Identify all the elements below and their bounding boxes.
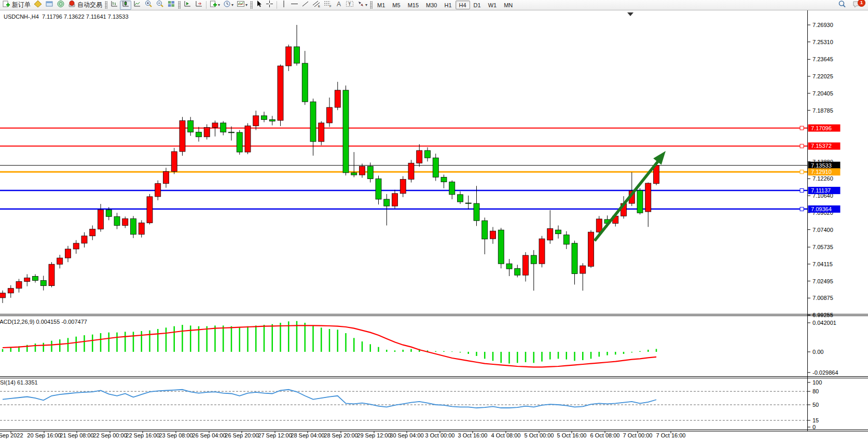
zoom-out-button[interactable] <box>154 1 166 10</box>
timeframe-button-h1[interactable]: H1 <box>440 1 455 9</box>
periods-clock-icon <box>223 0 231 10</box>
timeframe-button-w1[interactable]: W1 <box>485 1 501 9</box>
macd-histogram-bar <box>492 352 494 361</box>
bullish-candle <box>392 194 398 206</box>
line-handle[interactable] <box>800 207 804 211</box>
line-handle[interactable] <box>800 189 804 193</box>
svg-text:27 Sep 12:00: 27 Sep 12:00 <box>258 432 292 438</box>
svg-text:7.23645: 7.23645 <box>812 56 833 62</box>
market-watch-button[interactable] <box>32 1 44 10</box>
timeframe-button-h4[interactable]: H4 <box>456 1 470 9</box>
notifications-button[interactable]: 1 <box>851 1 863 10</box>
candlestick-chart-button[interactable] <box>120 1 131 10</box>
bullish-candle <box>98 210 104 229</box>
tile-windows-button[interactable] <box>166 1 177 10</box>
macd-histogram-bar <box>501 352 502 363</box>
svg-text:7.15372: 7.15372 <box>811 143 832 149</box>
trend-arrow-annotation[interactable] <box>595 151 666 241</box>
svg-text:7 Oct 16:00: 7 Oct 16:00 <box>656 432 686 438</box>
macd-histogram-bar <box>599 352 600 356</box>
macd-histogram-bar <box>362 341 363 352</box>
macd-histogram-bar <box>247 326 249 352</box>
text-tool-button[interactable]: A <box>334 1 344 10</box>
macd-histogram-bar <box>639 351 641 352</box>
market-watch-icon <box>34 0 42 10</box>
trendline-tool-button[interactable] <box>300 1 311 10</box>
new-order-button[interactable]: 新订单 <box>1 1 32 10</box>
chart-shift-button[interactable] <box>193 1 204 10</box>
svg-text:23 Sep 08:00: 23 Sep 08:00 <box>159 432 192 438</box>
timeframe-button-d1[interactable]: D1 <box>470 1 485 9</box>
macd-pane: 0.0420010.00-0.029864 <box>2 320 838 376</box>
timeframe-button-m30[interactable]: M30 <box>422 1 440 9</box>
bearish-candle <box>572 243 577 274</box>
svg-text:5 Oct 16:00: 5 Oct 16:00 <box>557 432 587 438</box>
bullish-candle <box>139 223 144 234</box>
bearish-candle <box>465 203 471 203</box>
templates-button[interactable]: ▾ <box>208 1 222 10</box>
navigator-button[interactable] <box>55 1 66 10</box>
macd-histogram-bar <box>10 348 12 352</box>
bullish-candle <box>0 293 6 298</box>
macd-histogram-bar <box>590 352 592 359</box>
crosshair-button[interactable] <box>264 1 275 10</box>
navigator-icon <box>57 0 65 10</box>
autotrading-button[interactable]: 自动交易 <box>66 1 104 10</box>
timeframe-button-m5[interactable]: M5 <box>389 1 404 9</box>
bullish-candle <box>408 163 414 179</box>
timeframe-button-mn[interactable]: MN <box>500 1 516 9</box>
indicators-icon <box>237 0 245 10</box>
bullish-candle <box>596 219 602 232</box>
macd-histogram-bar <box>566 352 568 360</box>
svg-text:21 Sep 08:00: 21 Sep 08:00 <box>60 432 93 438</box>
bullish-candle <box>147 197 153 223</box>
svg-text:7.20405: 7.20405 <box>812 90 833 97</box>
macd-histogram-bar <box>272 324 273 352</box>
timeframe-button-m15[interactable]: M15 <box>404 1 422 9</box>
trendline-icon <box>301 0 309 10</box>
toolbar: 新订单 自动交易 <box>0 0 868 10</box>
chart-area[interactable]: 7.269307.253107.236457.220257.204057.187… <box>0 0 868 439</box>
line-handle[interactable] <box>800 144 804 148</box>
periods-button[interactable]: ▾ <box>222 1 235 10</box>
search-button[interactable] <box>836 1 848 10</box>
auto-scroll-button[interactable] <box>182 1 193 10</box>
timeframe-button-m1[interactable]: M1 <box>374 1 389 9</box>
bullish-candle <box>24 278 30 281</box>
line-handle[interactable] <box>800 170 804 174</box>
line-handle[interactable] <box>800 126 804 130</box>
templates-icon <box>210 0 217 10</box>
macd-histogram-bar <box>214 325 216 352</box>
svg-text:T: T <box>348 2 351 7</box>
data-window-button[interactable] <box>44 1 55 10</box>
svg-text:0.00: 0.00 <box>812 349 823 355</box>
indicators-button[interactable]: ▾ <box>235 1 249 10</box>
svg-text:7.17096: 7.17096 <box>811 125 832 131</box>
bullish-candle <box>65 249 71 258</box>
fibonacci-icon: F <box>324 0 332 10</box>
bar-chart-button[interactable] <box>108 1 120 10</box>
fibonacci-tool-button[interactable]: F <box>322 1 334 10</box>
bearish-candle <box>367 166 373 179</box>
bearish-candle <box>40 281 46 286</box>
chart-shift-icon <box>195 0 203 10</box>
label-tool-button[interactable]: T <box>344 1 355 10</box>
channel-tool-button[interactable]: E <box>311 1 322 10</box>
horizontal-line-tool-button[interactable] <box>289 1 300 10</box>
zoom-in-button[interactable] <box>143 1 154 10</box>
bullish-candle <box>8 289 13 293</box>
vertical-line-tool-button[interactable] <box>279 1 289 10</box>
cursor-button[interactable] <box>254 1 264 10</box>
bearish-candle <box>221 123 226 132</box>
shapes-button[interactable]: ▾ <box>355 1 369 10</box>
line-chart-button[interactable] <box>131 1 143 10</box>
bearish-candle <box>637 190 643 213</box>
macd-histogram-bar <box>574 352 575 361</box>
macd-histogram-bar <box>370 344 371 352</box>
chart-shift-marker[interactable] <box>627 12 633 16</box>
horizontal-line-icon <box>291 0 298 10</box>
bullish-candle <box>253 116 259 126</box>
price-chart-canvas[interactable]: 7.269307.253107.236457.220257.204057.187… <box>0 0 868 439</box>
macd-histogram-bar <box>255 325 257 352</box>
text-label-icon: T <box>346 0 354 10</box>
